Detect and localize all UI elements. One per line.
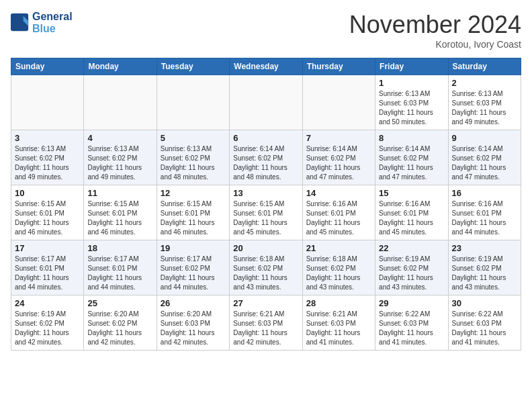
day-info: Sunrise: 6:13 AM Sunset: 6:03 PM Dayligh… <box>379 89 444 127</box>
day-info: Sunrise: 6:16 AM Sunset: 6:01 PM Dayligh… <box>306 199 371 237</box>
day-info: Sunrise: 6:18 AM Sunset: 6:02 PM Dayligh… <box>306 255 371 292</box>
day-cell <box>11 75 84 130</box>
day-number: 5 <box>161 133 226 143</box>
week-row-3: 10Sunrise: 6:15 AM Sunset: 6:01 PM Dayli… <box>11 185 521 240</box>
day-info: Sunrise: 6:19 AM Sunset: 6:02 PM Dayligh… <box>15 310 80 347</box>
day-cell: 18Sunrise: 6:17 AM Sunset: 6:01 PM Dayli… <box>84 240 157 295</box>
day-info: Sunrise: 6:13 AM Sunset: 6:02 PM Dayligh… <box>87 144 152 182</box>
day-number: 2 <box>452 78 517 88</box>
day-number: 16 <box>452 188 517 198</box>
day-number: 28 <box>306 298 371 308</box>
day-number: 7 <box>306 133 371 143</box>
day-number: 29 <box>379 298 444 308</box>
day-info: Sunrise: 6:15 AM Sunset: 6:01 PM Dayligh… <box>233 199 298 237</box>
day-cell: 8Sunrise: 6:14 AM Sunset: 6:02 PM Daylig… <box>375 130 448 185</box>
day-header-sunday: Sunday <box>11 58 84 75</box>
day-cell <box>84 75 157 130</box>
day-number: 21 <box>306 243 371 253</box>
day-cell: 24Sunrise: 6:19 AM Sunset: 6:02 PM Dayli… <box>11 295 84 351</box>
month-title: November 2024 <box>349 11 521 39</box>
day-number: 17 <box>15 243 80 253</box>
logo-icon <box>11 13 30 32</box>
day-number: 13 <box>233 188 298 198</box>
day-cell: 14Sunrise: 6:16 AM Sunset: 6:01 PM Dayli… <box>302 185 375 240</box>
day-info: Sunrise: 6:17 AM Sunset: 6:01 PM Dayligh… <box>87 255 152 292</box>
day-info: Sunrise: 6:14 AM Sunset: 6:02 PM Dayligh… <box>452 144 517 182</box>
day-info: Sunrise: 6:15 AM Sunset: 6:01 PM Dayligh… <box>87 199 152 237</box>
day-header-monday: Monday <box>84 58 157 75</box>
day-number: 18 <box>87 243 152 253</box>
day-info: Sunrise: 6:13 AM Sunset: 6:02 PM Dayligh… <box>161 144 226 182</box>
day-info: Sunrise: 6:19 AM Sunset: 6:02 PM Dayligh… <box>452 255 517 292</box>
day-cell: 9Sunrise: 6:14 AM Sunset: 6:02 PM Daylig… <box>448 130 521 185</box>
day-cell: 10Sunrise: 6:15 AM Sunset: 6:01 PM Dayli… <box>11 185 84 240</box>
day-number: 12 <box>161 188 226 198</box>
day-cell: 12Sunrise: 6:15 AM Sunset: 6:01 PM Dayli… <box>157 185 229 240</box>
day-info: Sunrise: 6:14 AM Sunset: 6:02 PM Dayligh… <box>379 144 444 182</box>
day-cell: 20Sunrise: 6:18 AM Sunset: 6:02 PM Dayli… <box>230 240 302 295</box>
day-number: 9 <box>452 133 517 143</box>
day-cell: 13Sunrise: 6:15 AM Sunset: 6:01 PM Dayli… <box>230 185 302 240</box>
day-header-wednesday: Wednesday <box>230 58 302 75</box>
day-number: 22 <box>379 243 444 253</box>
day-cell: 1Sunrise: 6:13 AM Sunset: 6:03 PM Daylig… <box>375 75 448 130</box>
day-number: 10 <box>15 188 80 198</box>
day-info: Sunrise: 6:16 AM Sunset: 6:01 PM Dayligh… <box>452 199 517 237</box>
title-area: November 2024 Korotou, Ivory Coast <box>349 11 521 50</box>
day-header-saturday: Saturday <box>448 58 521 75</box>
day-info: Sunrise: 6:14 AM Sunset: 6:02 PM Dayligh… <box>306 144 371 182</box>
day-number: 27 <box>233 298 298 308</box>
day-cell: 22Sunrise: 6:19 AM Sunset: 6:02 PM Dayli… <box>375 240 448 295</box>
day-number: 25 <box>87 298 152 308</box>
day-info: Sunrise: 6:16 AM Sunset: 6:01 PM Dayligh… <box>379 199 444 237</box>
day-cell: 4Sunrise: 6:13 AM Sunset: 6:02 PM Daylig… <box>84 130 157 185</box>
day-info: Sunrise: 6:18 AM Sunset: 6:02 PM Dayligh… <box>233 255 298 292</box>
week-row-1: 1Sunrise: 6:13 AM Sunset: 6:03 PM Daylig… <box>11 75 521 130</box>
week-row-4: 17Sunrise: 6:17 AM Sunset: 6:01 PM Dayli… <box>11 240 521 295</box>
day-cell: 27Sunrise: 6:21 AM Sunset: 6:03 PM Dayli… <box>230 295 302 351</box>
day-info: Sunrise: 6:22 AM Sunset: 6:03 PM Dayligh… <box>379 310 444 347</box>
day-info: Sunrise: 6:20 AM Sunset: 6:02 PM Dayligh… <box>87 310 152 347</box>
day-info: Sunrise: 6:20 AM Sunset: 6:03 PM Dayligh… <box>161 310 226 347</box>
day-number: 14 <box>306 188 371 198</box>
day-info: Sunrise: 6:15 AM Sunset: 6:01 PM Dayligh… <box>161 199 226 237</box>
day-number: 19 <box>161 243 226 253</box>
day-cell: 23Sunrise: 6:19 AM Sunset: 6:02 PM Dayli… <box>448 240 521 295</box>
day-info: Sunrise: 6:17 AM Sunset: 6:01 PM Dayligh… <box>15 255 80 292</box>
day-cell: 11Sunrise: 6:15 AM Sunset: 6:01 PM Dayli… <box>84 185 157 240</box>
day-number: 1 <box>379 78 444 88</box>
day-number: 11 <box>87 188 152 198</box>
day-cell: 7Sunrise: 6:14 AM Sunset: 6:02 PM Daylig… <box>302 130 375 185</box>
day-info: Sunrise: 6:21 AM Sunset: 6:03 PM Dayligh… <box>233 310 298 347</box>
day-header-tuesday: Tuesday <box>157 58 229 75</box>
day-number: 15 <box>379 188 444 198</box>
day-number: 3 <box>15 133 80 143</box>
day-cell <box>230 75 302 130</box>
day-cell: 15Sunrise: 6:16 AM Sunset: 6:01 PM Dayli… <box>375 185 448 240</box>
day-cell: 25Sunrise: 6:20 AM Sunset: 6:02 PM Dayli… <box>84 295 157 351</box>
calendar: SundayMondayTuesdayWednesdayThursdayFrid… <box>11 58 521 351</box>
day-cell: 5Sunrise: 6:13 AM Sunset: 6:02 PM Daylig… <box>157 130 229 185</box>
day-cell: 21Sunrise: 6:18 AM Sunset: 6:02 PM Dayli… <box>302 240 375 295</box>
day-cell: 19Sunrise: 6:17 AM Sunset: 6:02 PM Dayli… <box>157 240 229 295</box>
day-info: Sunrise: 6:13 AM Sunset: 6:03 PM Dayligh… <box>452 89 517 127</box>
day-number: 4 <box>87 133 152 143</box>
day-info: Sunrise: 6:17 AM Sunset: 6:02 PM Dayligh… <box>161 255 226 292</box>
day-info: Sunrise: 6:22 AM Sunset: 6:03 PM Dayligh… <box>452 310 517 347</box>
day-number: 24 <box>15 298 80 308</box>
day-info: Sunrise: 6:15 AM Sunset: 6:01 PM Dayligh… <box>15 199 80 237</box>
calendar-header: SundayMondayTuesdayWednesdayThursdayFrid… <box>11 58 521 75</box>
day-cell: 26Sunrise: 6:20 AM Sunset: 6:03 PM Dayli… <box>157 295 229 351</box>
day-info: Sunrise: 6:21 AM Sunset: 6:03 PM Dayligh… <box>306 310 371 347</box>
day-number: 6 <box>233 133 298 143</box>
day-cell <box>157 75 229 130</box>
header: General Blue November 2024 Korotou, Ivor… <box>11 11 521 50</box>
day-number: 23 <box>452 243 517 253</box>
day-cell: 29Sunrise: 6:22 AM Sunset: 6:03 PM Dayli… <box>375 295 448 351</box>
week-row-5: 24Sunrise: 6:19 AM Sunset: 6:02 PM Dayli… <box>11 295 521 351</box>
day-cell <box>302 75 375 130</box>
day-info: Sunrise: 6:19 AM Sunset: 6:02 PM Dayligh… <box>379 255 444 292</box>
logo-text-line1: General <box>32 11 73 23</box>
location: Korotou, Ivory Coast <box>349 39 521 50</box>
day-number: 30 <box>452 298 517 308</box>
